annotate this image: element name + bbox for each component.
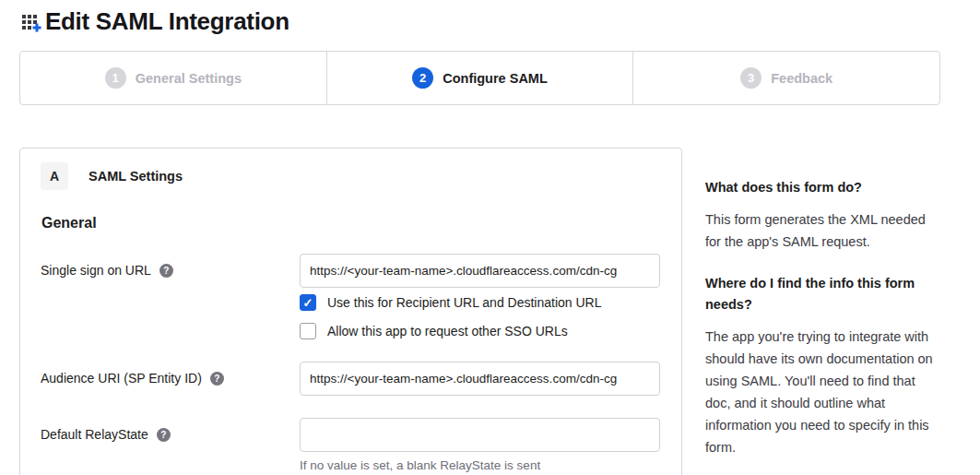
general-group-heading: General [41,215,661,232]
default-relaystate-row: Default RelayState ? If no value is set,… [41,418,661,472]
other-sso-urls-checkbox[interactable]: ✓ [300,323,316,339]
other-sso-urls-checkbox-label: Allow this app to request other SSO URLs [327,324,568,338]
other-sso-urls-checkbox-row[interactable]: ✓ Allow this app to request other SSO UR… [300,323,660,339]
step-1-label: General Settings [136,71,242,86]
section-a-badge: A [41,162,68,190]
step-2-number-badge: 2 [412,67,433,89]
section-title: SAML Settings [89,169,183,184]
default-relaystate-input[interactable] [300,418,660,452]
help-para-where: The app you're trying to integrate with … [705,326,939,458]
recipient-destination-checkbox-label: Use this for Recipient URL and Destinati… [327,295,602,310]
app-grid-plus-icon [19,10,43,34]
audience-uri-row: Audience URI (SP Entity ID) ? [41,362,661,396]
step-2-label: Configure SAML [443,71,548,86]
help-icon[interactable]: ? [210,372,224,386]
recipient-destination-checkbox-row[interactable]: ✓ Use this for Recipient URL and Destina… [300,294,660,311]
section-header: A SAML Settings [41,162,661,190]
help-sidebar: What does this form do? This form genera… [705,148,939,458]
wizard-stepper: 1 General Settings 2 Configure SAML 3 Fe… [19,51,940,105]
step-general-settings[interactable]: 1 General Settings [20,52,326,104]
page-title: Edit SAML Integration [45,7,289,36]
edit-saml-integration-page: Edit SAML Integration 1 General Settings… [0,0,980,475]
single-sign-on-url-row: Single sign on URL ? ✓ Use this for Reci… [41,254,661,339]
default-relaystate-label: Default RelayState [41,427,148,442]
step-feedback[interactable]: 3 Feedback [632,52,939,104]
audience-uri-label: Audience URI (SP Entity ID) [41,371,202,386]
help-heading-where: Where do I find the info this form needs… [705,273,939,315]
single-sign-on-url-label-col: Single sign on URL ? [41,254,300,339]
audience-uri-label-col: Audience URI (SP Entity ID) ? [41,362,300,396]
help-heading-what: What does this form do? [705,177,939,198]
default-relaystate-label-col: Default RelayState ? [41,418,300,472]
relaystate-hint: If no value is set, a blank RelayState i… [300,458,660,472]
audience-uri-input[interactable] [300,362,660,396]
audience-uri-input-col [300,362,660,396]
main-content: A SAML Settings General Single sign on U… [19,148,940,475]
help-para-what: This form generates the XML needed for t… [705,208,939,253]
help-icon[interactable]: ? [159,264,173,278]
step-configure-saml[interactable]: 2 Configure SAML [326,52,633,104]
help-icon[interactable]: ? [157,428,171,442]
default-relaystate-input-col: If no value is set, a blank RelayState i… [300,418,660,472]
single-sign-on-url-label: Single sign on URL [41,263,151,278]
recipient-destination-checkbox[interactable]: ✓ [300,294,316,311]
saml-settings-panel: A SAML Settings General Single sign on U… [19,148,682,475]
step-1-number-badge: 1 [105,67,126,89]
checkmark-icon: ✓ [303,297,313,309]
single-sign-on-url-input[interactable] [300,254,660,288]
step-3-label: Feedback [771,71,832,86]
single-sign-on-url-input-col: ✓ Use this for Recipient URL and Destina… [300,254,660,339]
page-header: Edit SAML Integration [19,7,940,36]
step-3-number-badge: 3 [740,67,762,89]
